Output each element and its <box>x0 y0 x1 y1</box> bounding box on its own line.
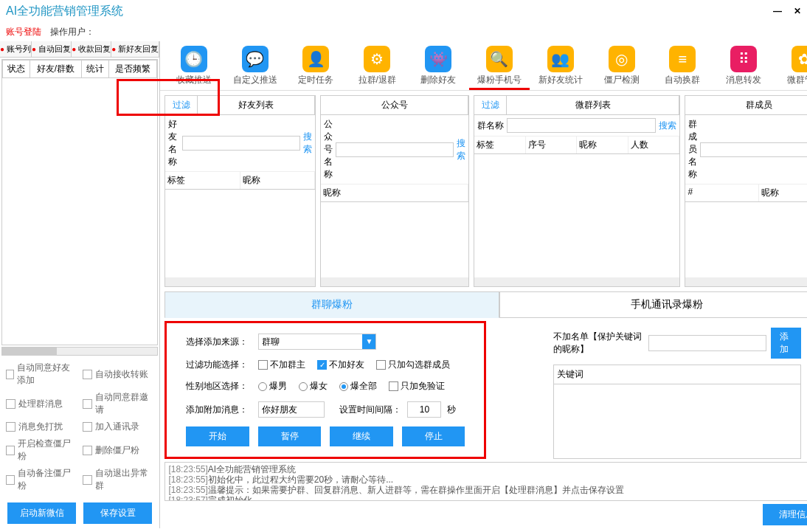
message-input[interactable] <box>258 401 325 418</box>
blacklist-label: 不加名单【保护关键词的昵称】 <box>553 331 644 356</box>
save-settings-button[interactable]: 保存设置 <box>83 502 152 524</box>
source-label: 选择添加来源： <box>186 336 252 348</box>
search-input[interactable] <box>700 142 807 157</box>
tool-3[interactable]: ⚙拉群/退群 <box>347 44 408 90</box>
option-0[interactable]: 自动同意好友添加 <box>6 362 77 387</box>
tool-4[interactable]: 👾删除好友 <box>408 44 469 90</box>
search-link[interactable]: 搜索 <box>303 131 312 156</box>
panel-scrollbar[interactable] <box>321 277 468 286</box>
tool-6[interactable]: 👥新好友统计 <box>530 44 591 90</box>
action-button-3[interactable]: 停止 <box>402 426 465 446</box>
option-2[interactable]: 处理群消息 <box>6 391 77 416</box>
left-col: 好友/群数 <box>30 61 82 78</box>
panel-tab[interactable]: 好友列表 <box>198 96 315 115</box>
option-6[interactable]: 开启检查僵尸粉 <box>6 438 77 463</box>
tool-2[interactable]: 👤定时任务 <box>285 44 347 90</box>
tab-group-chat[interactable]: 群聊爆粉 <box>164 291 499 318</box>
left-tab-3[interactable]: ● 新好友回复 <box>111 41 159 57</box>
panel-scrollbar[interactable] <box>474 277 679 286</box>
search-input[interactable] <box>507 118 656 133</box>
panel-scrollbar[interactable] <box>165 277 315 286</box>
filter-label: 过滤功能选择： <box>186 359 252 371</box>
radio-female[interactable]: 爆女 <box>299 380 328 393</box>
search-input[interactable] <box>336 142 454 157</box>
tool-10[interactable]: ✿微群管理 <box>775 44 807 90</box>
start-wechat-button[interactable]: 启动新微信 <box>7 502 76 524</box>
option-5[interactable]: 加入通讯录 <box>83 421 153 433</box>
gender-label: 性别地区选择： <box>186 380 252 393</box>
left-tab-1[interactable]: ● 自动回复 <box>32 41 72 57</box>
panel4: 群成员群成员名称搜索#昵称 <box>685 95 807 287</box>
tool-9[interactable]: ⠿消息转发 <box>713 44 775 90</box>
left-tab-0[interactable]: ● 账号列 <box>0 41 32 57</box>
close-button[interactable]: ✕ <box>794 6 801 16</box>
panel-scrollbar[interactable] <box>685 277 807 286</box>
action-button-0[interactable]: 开始 <box>186 426 249 446</box>
tool-0[interactable]: 🕒收藏推送 <box>163 44 224 90</box>
search-input[interactable] <box>182 136 300 151</box>
interval-input[interactable] <box>407 401 441 418</box>
filter-no-owner[interactable]: 不加群主 <box>258 359 305 371</box>
option-9[interactable]: 自动退出异常群 <box>83 467 153 492</box>
clear-log-button[interactable]: 清理信息 <box>763 504 807 525</box>
app-title: AI全功能营销管理系统 <box>6 4 123 19</box>
option-7[interactable]: 删除僵尸粉 <box>83 438 153 463</box>
add-keyword-button[interactable]: 添加 <box>771 328 802 359</box>
interval-label: 设置时间间隔： <box>339 404 401 416</box>
panel2: 公众号公众号名称搜索昵称 <box>320 95 469 287</box>
tool-8[interactable]: ≡自动换群 <box>652 44 713 90</box>
option-3[interactable]: 自动同意群邀请 <box>83 391 153 416</box>
source-select[interactable]: 群聊▼ <box>258 334 376 350</box>
left-tab-2[interactable]: ● 收款回复 <box>72 41 111 57</box>
search-link[interactable]: 搜索 <box>457 137 465 162</box>
filter-no-verify[interactable]: 只加免验证 <box>389 380 445 393</box>
left-col: 是否频繁 <box>108 61 157 78</box>
search-link[interactable]: 搜索 <box>659 120 676 132</box>
left-col: 统计 <box>81 61 108 78</box>
interval-unit: 秒 <box>447 404 456 416</box>
tool-5[interactable]: 🔍爆粉手机号 <box>469 44 530 90</box>
radio-male[interactable]: 爆男 <box>258 380 287 393</box>
option-1[interactable]: 自动接收转账 <box>83 362 153 387</box>
filter-selected-only[interactable]: 只加勾选群成员 <box>376 359 450 371</box>
option-8[interactable]: 自动备注僵尸粉 <box>6 467 77 492</box>
blacklist-input[interactable] <box>648 335 766 351</box>
chevron-down-icon[interactable]: ▼ <box>362 334 375 349</box>
keyword-list: 关键词 <box>553 365 801 459</box>
panel-tab[interactable]: 公众号 <box>321 96 468 115</box>
panel3: 过滤微群列表群名称搜索标签序号昵称人数 <box>474 95 680 287</box>
left-scrollbar[interactable] <box>1 347 158 356</box>
operator-label: 操作用户： <box>50 26 94 38</box>
log-output: [18:23:55]AI全功能营销管理系统[18:23:55]初始化中，此过程大… <box>164 462 807 501</box>
filter-no-friend[interactable]: ✓不加好友 <box>317 359 364 371</box>
message-label: 添加附加消息： <box>186 404 252 416</box>
form-highlight-box: 选择添加来源： 群聊▼ 过滤功能选择： 不加群主 ✓不加好友 只加勾选群成员 性… <box>164 321 486 459</box>
panel-tab[interactable]: 微群列表 <box>507 96 679 115</box>
panel-tab[interactable]: 群成员 <box>685 96 807 115</box>
tool-1[interactable]: 💬自定义推送 <box>224 44 285 90</box>
tool-7[interactable]: ◎僵尸检测 <box>591 44 652 90</box>
action-button-1[interactable]: 暂停 <box>258 426 322 446</box>
left-col: 状态 <box>3 61 30 78</box>
option-4[interactable]: 消息免打扰 <box>6 421 77 433</box>
filter-tab[interactable]: 过滤 <box>165 96 198 115</box>
filter-tab[interactable]: 过滤 <box>474 96 507 115</box>
tab-phone-contacts[interactable]: 手机通讯录爆粉 <box>499 291 807 318</box>
radio-all[interactable]: 爆全部 <box>339 380 377 393</box>
minimize-button[interactable]: — <box>773 6 782 16</box>
login-label[interactable]: 账号登陆 <box>6 26 41 38</box>
action-button-2[interactable]: 继续 <box>330 426 393 446</box>
panel1: 过滤好友列表好友名称搜索标签昵称 <box>164 95 316 287</box>
